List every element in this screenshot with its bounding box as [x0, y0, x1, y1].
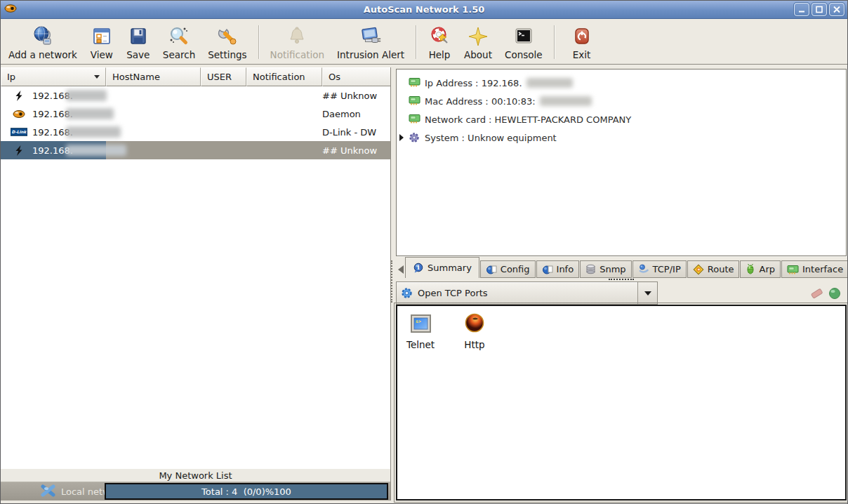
column-label: USER — [207, 72, 232, 82]
about-button[interactable]: About — [458, 23, 498, 62]
toolbar-label: Exit — [573, 49, 591, 60]
port-item-http[interactable]: Http — [464, 313, 485, 350]
redacted-ip — [66, 126, 121, 138]
column-header-ip[interactable]: Ip — [1, 67, 106, 86]
toolbar-separator — [416, 25, 416, 59]
tab-arp[interactable]: Arp — [740, 260, 781, 278]
tab-info[interactable]: Info — [536, 260, 580, 278]
console-terminal-icon — [512, 25, 536, 48]
clear-ports-button[interactable] — [809, 286, 824, 303]
settings-button[interactable]: Settings — [201, 23, 253, 62]
progress-text: Total : 4 (0/0)%100 — [201, 486, 291, 497]
intrusion-alert-button[interactable]: Intrusion Alert — [331, 23, 411, 62]
exit-button[interactable]: Exit — [564, 23, 600, 62]
refresh-ports-button[interactable] — [828, 286, 842, 303]
network-card-icon — [787, 265, 799, 274]
hostname-cell — [106, 105, 201, 123]
toolbar-label: Notification — [270, 49, 324, 60]
port-item-telnet[interactable]: s> Telnet — [406, 314, 435, 350]
view-button[interactable]: View — [84, 23, 120, 62]
add-network-icon — [31, 25, 55, 48]
focus-indicator — [609, 277, 634, 280]
os-cell: ## Unknow — [322, 86, 390, 105]
redacted-value — [540, 96, 592, 106]
toolbar-label: Settings — [208, 49, 246, 60]
os-cell: Daemon — [322, 105, 390, 123]
panel-grip-handle[interactable] — [391, 260, 394, 303]
notification-cell — [246, 141, 322, 159]
network-list-title-label: My Network List — [159, 470, 232, 481]
maximize-button[interactable] — [811, 3, 827, 16]
redacted-ip — [66, 108, 114, 119]
local-network-icon — [40, 484, 56, 499]
column-label: HostName — [112, 72, 160, 82]
table-row[interactable]: 192.168. ## Unknow — [1, 86, 390, 105]
exit-power-icon — [570, 25, 594, 48]
hp-device-icon — [11, 91, 27, 101]
tab-label: Interface — [802, 264, 843, 274]
tab-label: TCP/IP — [653, 264, 681, 274]
toolbar-label: About — [464, 49, 492, 60]
table-header: Ip HostName USER Notification Os — [1, 67, 390, 86]
tab-route[interactable]: Route — [687, 260, 740, 278]
daemon-eye-icon — [11, 110, 27, 119]
network-list-title: My Network List — [1, 468, 390, 482]
combo-dropdown-button[interactable] — [637, 282, 657, 304]
tab-interface[interactable]: Interface — [781, 260, 848, 278]
tab-summary[interactable]: i Summary — [405, 257, 479, 278]
tab-label: Arp — [759, 264, 775, 274]
redacted-ip — [66, 145, 126, 156]
help-button[interactable]: Help — [421, 23, 458, 62]
tab-tcpip[interactable]: TCP/IP — [632, 260, 687, 278]
user-cell — [201, 141, 246, 159]
column-label: Ip — [7, 72, 15, 82]
chevron-down-icon — [644, 291, 651, 296]
app-window: AutoScan Network 1.50 — [0, 0, 848, 504]
column-header-user[interactable]: USER — [201, 67, 246, 86]
tab-config[interactable]: Config — [480, 260, 536, 278]
system-gear-icon — [409, 132, 420, 145]
summary-line-ip: Ip Address : 192.168. — [397, 74, 846, 92]
detail-tabbar: i Summary Config Info Snmp TCP/IP Route … — [396, 257, 847, 278]
notification-button: Notification — [264, 23, 331, 62]
toolbar-label: Save — [126, 49, 150, 60]
table-row[interactable]: D-Link 192.168. D-Link - DW — [1, 123, 390, 141]
svg-text:s>: s> — [416, 319, 421, 324]
os-cell: D-Link - DW — [322, 123, 390, 141]
info-bubble-icon: i — [413, 263, 424, 274]
port-view-selected-option: Open TCP Ports — [418, 288, 488, 298]
title-bar[interactable]: AutoScan Network 1.50 — [1, 1, 847, 19]
notification-cell — [246, 123, 322, 141]
tab-label: Snmp — [599, 264, 625, 274]
tab-scroll-left-button[interactable] — [396, 261, 405, 278]
summary-text: Mac Address : 00:10:83: — [425, 96, 536, 107]
table-row-selected[interactable]: 192.168. ## Unknow — [1, 141, 390, 159]
about-star-icon — [466, 25, 490, 48]
close-button[interactable] — [829, 3, 844, 16]
search-button[interactable]: Search — [157, 23, 201, 62]
toolbar: Add a network View — [1, 20, 847, 65]
minimize-button[interactable] — [794, 3, 809, 16]
tab-label: Route — [708, 264, 734, 274]
add-network-button[interactable]: Add a network — [2, 23, 84, 62]
tab-snmp[interactable]: Snmp — [580, 260, 631, 278]
column-header-notification[interactable]: Notification — [246, 67, 322, 86]
table-row[interactable]: 192.168. Daemon — [1, 105, 390, 123]
network-list-row[interactable]: Local network Total : 4 (0/0)%100 — [1, 482, 390, 500]
chevron-left-icon — [398, 265, 404, 274]
toolbar-label: Intrusion Alert — [337, 49, 404, 60]
column-header-os[interactable]: Os — [322, 67, 390, 86]
summary-line-system: System : Unknow equipment — [397, 128, 846, 147]
http-globe-icon — [464, 313, 485, 336]
console-button[interactable]: Console — [498, 23, 549, 62]
network-card-icon — [409, 114, 420, 126]
summary-text: System : Unknow equipment — [425, 133, 557, 143]
route-diamond-icon — [693, 264, 704, 275]
save-button[interactable]: Save — [120, 23, 157, 62]
scan-progressbar: Total : 4 (0/0)%100 — [105, 483, 388, 500]
expander-triangle-icon[interactable] — [399, 134, 404, 141]
column-header-hostname[interactable]: HostName — [106, 67, 201, 86]
user-cell — [201, 123, 246, 141]
port-view-select[interactable]: Open TCP Ports — [396, 281, 658, 305]
network-card-icon — [409, 77, 420, 89]
